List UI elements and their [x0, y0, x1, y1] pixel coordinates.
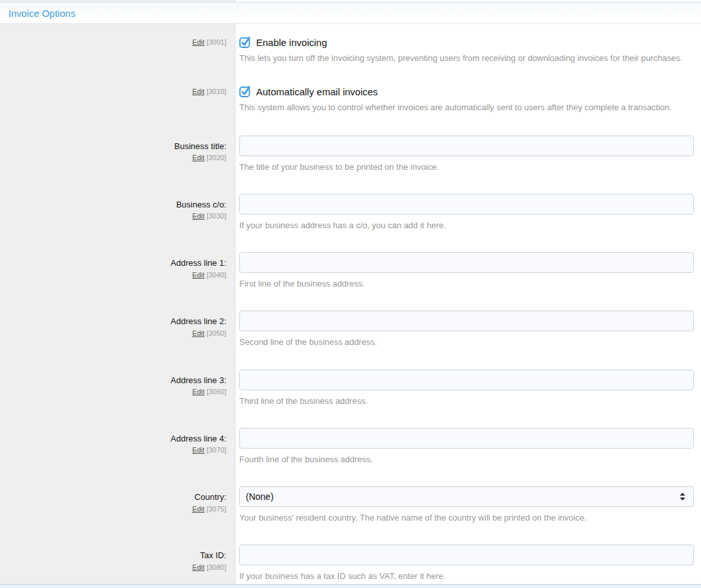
option-id: [3020]	[206, 154, 226, 161]
address-line-3-input[interactable]	[239, 370, 694, 390]
edit-link[interactable]: Edit	[192, 212, 204, 220]
section-header: Invoice Options	[0, 3, 701, 24]
edit-line: Edit [3070]	[0, 446, 226, 454]
option-id: [3050]	[206, 329, 226, 337]
address-line-1-input[interactable]	[239, 252, 694, 273]
option-control-cell: If your business has a tax ID such as VA…	[235, 545, 701, 582]
select-stepper-icon	[680, 493, 685, 500]
checkbox-checked-icon	[239, 86, 251, 97]
option-row-address-line-1: Address line 1: Edit [3040] First line o…	[0, 252, 701, 289]
edit-link[interactable]: Edit	[192, 329, 204, 337]
edit-link[interactable]: Edit	[192, 88, 204, 95]
option-description: First line of the business address.	[239, 279, 694, 289]
option-description: Fourth line of the business address.	[239, 454, 694, 465]
edit-line: Edit [3030]	[0, 212, 226, 220]
option-meta-cell: Address line 2: Edit [3050]	[0, 311, 235, 347]
option-id: [3075]	[206, 505, 226, 513]
edit-line: Edit [3060]	[0, 388, 226, 395]
option-meta-cell: Country: Edit [3075]	[0, 486, 235, 523]
option-description: Your business' resident country. The nat…	[239, 513, 694, 523]
option-label: Address line 3:	[0, 375, 226, 386]
country-select[interactable]: (None)	[239, 486, 694, 507]
address-line-2-input[interactable]	[239, 311, 694, 331]
edit-link[interactable]: Edit	[192, 271, 204, 279]
checkbox-label: Automatically email invoices	[256, 86, 378, 97]
option-description: Third line of the business address.	[239, 396, 694, 406]
option-id: [3040]	[206, 271, 226, 279]
option-description: This system allows you to control whethe…	[239, 102, 694, 113]
option-id: [3060]	[206, 388, 226, 395]
option-control-cell: The title of your business to be printed…	[235, 135, 701, 172]
option-row-enable-invoicing: Edit [3001] Enable invoicing This lets y…	[0, 36, 701, 64]
option-meta-cell: Business title: Edit [3020]	[0, 135, 235, 172]
option-control-cell: Third line of the business address.	[235, 370, 701, 406]
checkbox-checked-icon	[239, 36, 251, 48]
option-label: Business c/o:	[0, 199, 226, 211]
option-control-cell: Fourth line of the business address.	[235, 428, 701, 465]
edit-link[interactable]: Edit	[192, 154, 204, 161]
option-control-cell: Second line of the business address.	[235, 311, 701, 347]
country-select-value: (None)	[246, 491, 274, 502]
edit-line: Edit [3020]	[0, 154, 226, 161]
edit-link[interactable]: Edit	[192, 505, 204, 513]
edit-line: Edit [3050]	[0, 329, 226, 337]
option-id: [3070]	[206, 446, 226, 454]
option-row-country: Country: Edit [3075] (None) Your busines…	[0, 486, 701, 523]
option-meta-cell: Address line 1: Edit [3040]	[0, 252, 235, 289]
option-label: Business title:	[0, 141, 226, 152]
edit-link[interactable]: Edit	[192, 446, 204, 454]
option-meta-cell: Tax ID: Edit [3080]	[0, 545, 235, 582]
option-id: [3030]	[206, 212, 226, 220]
option-id: [3010]	[206, 88, 226, 95]
edit-link[interactable]: Edit	[192, 38, 204, 46]
option-row-auto-email-invoices: Edit [3010] Automatically email invoices…	[0, 86, 701, 113]
option-id: [3080]	[206, 563, 226, 571]
option-control-cell: Enable invoicing This lets you turn off …	[235, 36, 701, 64]
option-meta-cell: Address line 3: Edit [3060]	[0, 370, 235, 406]
option-description: The title of your business to be printed…	[239, 162, 694, 172]
edit-line: Edit [3040]	[0, 271, 226, 279]
option-label: Address line 2:	[0, 316, 226, 327]
option-description: If your business address has a c/o, you …	[239, 220, 694, 231]
option-row-business-co: Business c/o: Edit [3030] If your busine…	[0, 194, 701, 231]
option-row-tax-id: Tax ID: Edit [3080] If your business has…	[0, 545, 701, 582]
edit-line: Edit [3010]	[0, 88, 226, 95]
option-id: [3001]	[206, 38, 226, 46]
option-description: If your business has a tax ID such as VA…	[239, 571, 694, 582]
option-control-cell: (None) Your business' resident country. …	[235, 486, 701, 523]
option-meta-cell: Edit [3001]	[0, 36, 235, 64]
option-control-cell: Automatically email invoices This system…	[235, 86, 701, 113]
section-title: Invoice Options	[8, 8, 75, 19]
option-meta-cell: Business c/o: Edit [3030]	[0, 194, 235, 231]
option-meta-cell: Address line 4: Edit [3070]	[0, 428, 235, 465]
business-title-input[interactable]	[239, 135, 694, 156]
edit-line: Edit [3001]	[0, 38, 226, 46]
option-row-address-line-2: Address line 2: Edit [3050] Second line …	[0, 311, 701, 347]
option-description: This lets you turn off the invoicing sys…	[239, 53, 694, 64]
option-control-cell: If your business address has a c/o, you …	[235, 194, 701, 231]
option-label: Tax ID:	[0, 550, 226, 561]
checkbox-label: Enable invoicing	[256, 37, 327, 48]
next-section-header-edge	[0, 584, 701, 588]
edit-link[interactable]: Edit	[192, 388, 204, 395]
enable-invoicing-checkbox[interactable]: Enable invoicing	[239, 36, 694, 48]
auto-email-invoices-checkbox[interactable]: Automatically email invoices	[239, 86, 694, 97]
option-row-address-line-4: Address line 4: Edit [3070] Fourth line …	[0, 428, 701, 465]
invoice-options-form: Edit [3001] Enable invoicing This lets y…	[0, 24, 701, 584]
edit-link[interactable]: Edit	[192, 563, 204, 571]
option-meta-cell: Edit [3010]	[0, 86, 235, 113]
option-label: Country:	[0, 491, 226, 503]
edit-line: Edit [3080]	[0, 563, 226, 571]
edit-line: Edit [3075]	[0, 505, 226, 513]
option-row-address-line-3: Address line 3: Edit [3060] Third line o…	[0, 370, 701, 406]
option-control-cell: First line of the business address.	[235, 252, 701, 289]
option-label: Address line 4:	[0, 433, 226, 445]
business-co-input[interactable]	[239, 194, 694, 215]
address-line-4-input[interactable]	[239, 428, 694, 449]
option-row-business-title: Business title: Edit [3020] The title of…	[0, 135, 701, 172]
option-label: Address line 1:	[0, 257, 226, 269]
tax-id-input[interactable]	[239, 545, 694, 565]
option-description: Second line of the business address.	[239, 337, 694, 347]
